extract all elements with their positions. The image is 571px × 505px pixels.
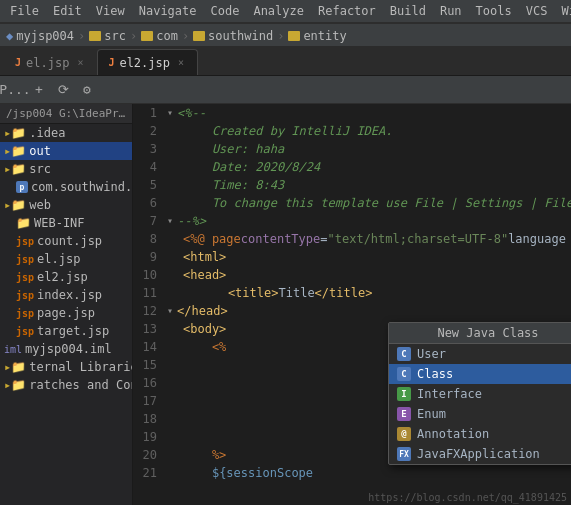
sidebar-item-target-jsp[interactable]: jsp target.jsp (12, 322, 132, 340)
sidebar-item-webinf[interactable]: 📁 WEB-INF (12, 214, 132, 232)
autocomplete-title: New Java Class (389, 323, 571, 344)
menu-navigate[interactable]: Navigate (133, 2, 203, 20)
code-line-4: Date: 2020/8/24 (167, 158, 571, 176)
sidebar-item-el2-jsp[interactable]: jsp el2.jsp (12, 268, 132, 286)
code-line-11: <title>Title</title> (167, 284, 571, 302)
sidebar-item-el-jsp[interactable]: jsp el.jsp (12, 250, 132, 268)
menu-vcs[interactable]: VCS (520, 2, 554, 20)
ac-item-enum[interactable]: E Enum (389, 404, 571, 424)
tab-el2-jsp[interactable]: J el2.jsp × (97, 49, 198, 75)
folder-icon: ▸📁 (4, 144, 26, 158)
sidebar-item-web[interactable]: ▸📁 web (0, 196, 132, 214)
sidebar-item-scratches[interactable]: ▸📁 ratches and Consoles (0, 376, 132, 394)
folder-icon: ▸📁 (4, 360, 26, 374)
code-editor[interactable]: 1 2 3 4 5 6 7 8 9 10 11 12 13 14 15 16 1… (133, 104, 571, 505)
sidebar-item-com-southwind[interactable]: p com.southwind.er (12, 178, 132, 196)
add-btn[interactable]: + (28, 79, 50, 101)
iml-icon: iml (4, 344, 22, 355)
menu-tools[interactable]: Tools (470, 2, 518, 20)
folder-icon (141, 31, 153, 41)
sidebar-item-count-jsp[interactable]: jsp count.jsp (12, 232, 132, 250)
breadcrumb-entity[interactable]: entity (288, 29, 346, 43)
menu-bar: File Edit View Navigate Code Analyze Ref… (0, 0, 571, 22)
menu-code[interactable]: Code (205, 2, 246, 20)
folder-icon (288, 31, 300, 41)
sidebar-header: /jsp004 G:\IdeaProje (0, 104, 132, 124)
project-view-btn[interactable]: P... (4, 79, 26, 101)
code-line-21: ${sessionScope (167, 464, 571, 482)
menu-view[interactable]: View (90, 2, 131, 20)
folder-icon: ▸📁 (4, 378, 26, 392)
package-icon: p (16, 181, 28, 193)
enum-icon: E (397, 407, 411, 421)
ac-item-annotation[interactable]: @ Annotation (389, 424, 571, 444)
sidebar-item-myjsp-iml[interactable]: iml myjsp004.iml (0, 340, 132, 358)
sidebar-item-idea[interactable]: ▸📁 .idea (0, 124, 132, 142)
sync-btn[interactable]: ⟳ (52, 79, 74, 101)
settings-btn[interactable]: ⚙ (76, 79, 98, 101)
jsp-icon: jsp (16, 290, 34, 301)
folder-icon: 📁 (16, 216, 31, 230)
breadcrumb-src[interactable]: src (89, 29, 126, 43)
folder-icon (193, 31, 205, 41)
menu-edit[interactable]: Edit (47, 2, 88, 20)
breadcrumb-project[interactable]: ◆ myjsp004 (6, 29, 74, 43)
sidebar-item-src[interactable]: ▸📁 src (0, 160, 132, 178)
jsp-icon: jsp (16, 272, 34, 283)
interface-icon: I (397, 387, 411, 401)
tab-close-el[interactable]: × (74, 57, 86, 69)
jsp-icon: jsp (16, 236, 34, 247)
tab-close-el2[interactable]: × (175, 57, 187, 69)
jsp-icon: jsp (16, 326, 34, 337)
sidebar-item-external-libs[interactable]: ▸📁 ternal Libraries (0, 358, 132, 376)
javafx-icon: FX (397, 447, 411, 461)
folder-icon: ▸📁 (4, 126, 26, 140)
code-line-9: <html> (167, 248, 571, 266)
menu-analyze[interactable]: Analyze (247, 2, 310, 20)
menu-file[interactable]: File (4, 2, 45, 20)
line-numbers: 1 2 3 4 5 6 7 8 9 10 11 12 13 14 15 16 1… (133, 104, 163, 505)
project-sidebar: /jsp004 G:\IdeaProje ▸📁 .idea ▸📁 out ▸📁 … (0, 104, 133, 505)
code-line-10: <head> (167, 266, 571, 284)
menu-build[interactable]: Build (384, 2, 432, 20)
code-line-5: Time: 8:43 (167, 176, 571, 194)
jsp-icon: jsp (16, 308, 34, 319)
ac-item-javafx[interactable]: FX JavaFXApplication (389, 444, 571, 464)
code-line-2: Created by IntelliJ IDEA. (167, 122, 571, 140)
code-line-7: ▾ --%> (167, 212, 571, 230)
ac-item-user[interactable]: C User (389, 344, 571, 364)
toolbar: P... + ⟳ ⚙ (0, 76, 571, 104)
tab-el-jsp[interactable]: J el.jsp × (4, 49, 97, 75)
breadcrumb-com[interactable]: com (141, 29, 178, 43)
autocomplete-popup[interactable]: New Java Class C User C Class I Interfac… (388, 322, 571, 465)
main-area: /jsp004 G:\IdeaProje ▸📁 .idea ▸📁 out ▸📁 … (0, 104, 571, 505)
menu-window[interactable]: Window (555, 2, 571, 20)
code-line-6: To change this template use File | Setti… (167, 194, 571, 212)
ac-item-class[interactable]: C Class (389, 364, 571, 384)
code-line-1: ▾ <%-- (167, 104, 571, 122)
folder-icon: ▸📁 (4, 198, 26, 212)
menu-refactor[interactable]: Refactor (312, 2, 382, 20)
class-icon: C (397, 367, 411, 381)
code-line-12: ▾ </head> (167, 302, 571, 320)
breadcrumb: ◆ myjsp004 › src › com › southwind › ent… (0, 23, 571, 47)
jsp-icon: jsp (16, 254, 34, 265)
folder-icon: ▸📁 (4, 162, 26, 176)
menu-run[interactable]: Run (434, 2, 468, 20)
folder-icon (89, 31, 101, 41)
ac-item-interface[interactable]: I Interface (389, 384, 571, 404)
code-line-3: User: haha (167, 140, 571, 158)
sidebar-item-index-jsp[interactable]: jsp index.jsp (12, 286, 132, 304)
tab-bar: J el.jsp × J el2.jsp × (0, 46, 571, 76)
class-icon: C (397, 347, 411, 361)
breadcrumb-southwind[interactable]: southwind (193, 29, 273, 43)
watermark: https://blog.csdn.net/qq_41891425 (368, 492, 567, 503)
sidebar-item-page-jsp[interactable]: jsp page.jsp (12, 304, 132, 322)
sidebar-item-out[interactable]: ▸📁 out (0, 142, 132, 160)
annotation-icon: @ (397, 427, 411, 441)
code-line-8: <%@ page contentType="text/html;charset=… (167, 230, 571, 248)
